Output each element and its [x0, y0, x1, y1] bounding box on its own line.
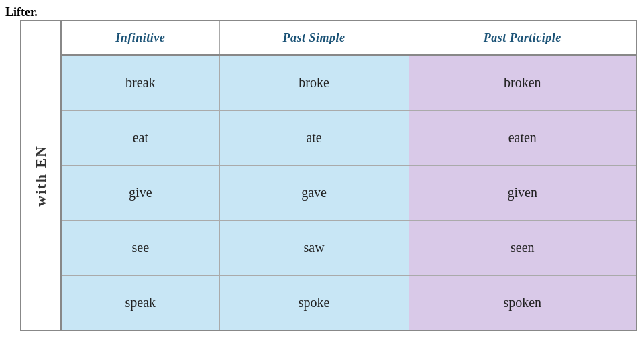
header-infinitive: Infinitive [61, 21, 219, 55]
cell-infinitive: see [61, 220, 219, 275]
cell-past-simple: broke [219, 55, 409, 111]
cell-infinitive: eat [61, 111, 219, 166]
header-past-simple: Past Simple [219, 21, 409, 55]
header-past-participle: Past Participle [409, 21, 637, 55]
table-body: breakbrokebrokeneatateeatengivegavegiven… [61, 55, 637, 331]
cell-past-participle: eaten [409, 111, 637, 166]
table-row: eatateeaten [61, 111, 637, 166]
table-row: speakspokespoken [61, 275, 637, 331]
cell-infinitive: speak [61, 275, 219, 331]
cell-infinitive: break [61, 55, 219, 111]
cell-past-simple: ate [219, 111, 409, 166]
cell-past-participle: seen [409, 220, 637, 275]
table-row: breakbrokebroken [61, 55, 637, 111]
verb-table: Infinitive Past Simple Past Participle b… [60, 20, 637, 331]
page-title: Lifter. [5, 5, 38, 19]
header-row: Infinitive Past Simple Past Participle [61, 21, 637, 55]
cell-past-simple: gave [219, 166, 409, 221]
cell-past-participle: spoken [409, 275, 637, 331]
cell-past-participle: broken [409, 55, 637, 111]
cell-past-simple: spoke [219, 275, 409, 331]
cell-past-participle: given [409, 166, 637, 221]
table-wrapper: with EN Infinitive Past Simple Past Part… [20, 20, 637, 331]
row-label-container: with EN [20, 20, 60, 331]
cell-infinitive: give [61, 166, 219, 221]
table-row: seesawseen [61, 220, 637, 275]
cell-past-simple: saw [219, 220, 409, 275]
row-label: with EN [32, 145, 50, 207]
table-row: givegavegiven [61, 166, 637, 221]
